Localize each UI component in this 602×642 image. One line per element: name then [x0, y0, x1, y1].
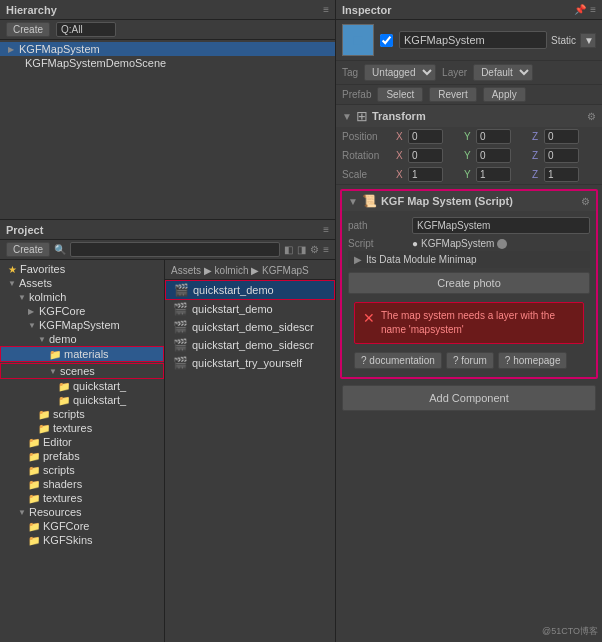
- add-component-button[interactable]: Add Component: [342, 385, 596, 411]
- select-button[interactable]: Select: [377, 87, 423, 102]
- position-row: Position X Y Z: [336, 127, 602, 146]
- transform-section-header[interactable]: ▼ ⊞ Transform ⚙: [336, 105, 602, 127]
- layer-select[interactable]: Default: [473, 64, 533, 81]
- name-row: Static ▼: [380, 31, 596, 49]
- tree-prefabs[interactable]: 📁 prefabs: [0, 449, 164, 463]
- folder-icon-4: 📁: [38, 409, 50, 420]
- rot-y-input[interactable]: [476, 148, 511, 163]
- folder-icon-3: 📁: [58, 395, 70, 406]
- tree-textures[interactable]: 📁 textures: [0, 421, 164, 435]
- create-photo-button[interactable]: Create photo: [348, 272, 590, 294]
- project-header: Project ≡: [0, 220, 335, 240]
- tree-assets[interactable]: ▼ Assets: [0, 276, 164, 290]
- project-search-input[interactable]: [70, 242, 280, 257]
- folder-icon-6: 📁: [28, 437, 40, 448]
- tree-kgfskins[interactable]: 📁 KGFSkins: [0, 533, 164, 547]
- file-quickstart-demo-1[interactable]: 🎬 quickstart_demo: [165, 280, 335, 300]
- path-label: path: [348, 220, 408, 231]
- scripts-label: scripts: [53, 408, 85, 420]
- static-dropdown-button[interactable]: ▼: [580, 33, 596, 48]
- hierarchy-search-input[interactable]: [56, 22, 116, 37]
- project-btn-1[interactable]: ◧: [284, 244, 293, 255]
- scene-icon-3: 🎬: [173, 320, 188, 334]
- tree-kgfmapsystem[interactable]: ▼ KGFMapSystem: [0, 318, 164, 332]
- script-gear-icon[interactable]: ⚙: [581, 196, 590, 207]
- kgfcore-label: KGFCore: [39, 305, 85, 317]
- documentation-button[interactable]: ? documentation: [354, 352, 442, 369]
- file-label-2: quickstart_demo: [192, 303, 273, 315]
- tree-resources[interactable]: ▼ Resources: [0, 505, 164, 519]
- minimap-row[interactable]: ▶ Its Data Module Minimap: [348, 251, 590, 268]
- folder-icon-7: 📁: [28, 451, 40, 462]
- pos-y-input[interactable]: [476, 129, 511, 144]
- rot-x-label: X: [396, 150, 406, 161]
- cube-icon: ■: [353, 30, 364, 51]
- tree-materials[interactable]: 📁 materials: [0, 346, 164, 362]
- file-quickstart-sidescreen-2[interactable]: 🎬 quickstart_demo_sidescr: [165, 336, 335, 354]
- apply-button[interactable]: Apply: [483, 87, 526, 102]
- error-text: The map system needs a layer with the na…: [381, 309, 575, 337]
- tag-label: Tag: [342, 67, 358, 78]
- assets-label: Assets: [19, 277, 52, 289]
- script-ref-row: Script ● KGFMapSystem: [348, 236, 590, 251]
- tree-favorites[interactable]: ★ Favorites: [0, 262, 164, 276]
- tree-scripts2[interactable]: 📁 scripts: [0, 463, 164, 477]
- scale-y-label: Y: [464, 169, 474, 180]
- file-quickstart-try-yourself[interactable]: 🎬 quickstart_try_yourself: [165, 354, 335, 372]
- prefabs-label: prefabs: [43, 450, 80, 462]
- scene-icon-4: 🎬: [173, 338, 188, 352]
- materials-label: materials: [64, 348, 109, 360]
- rot-z-item: Z: [532, 148, 596, 163]
- file-label-1: quickstart_demo: [193, 284, 274, 296]
- project-create-button[interactable]: Create: [6, 242, 50, 257]
- scale-xyz: X Y Z: [396, 167, 596, 182]
- tree-textures2[interactable]: 📁 textures: [0, 491, 164, 505]
- inspector-pin-icon[interactable]: 📌: [574, 4, 586, 15]
- inspector-controls: 📌 ≡: [574, 4, 596, 15]
- file-label-4: quickstart_demo_sidescr: [192, 339, 314, 351]
- hierarchy-item-kgfmapsystem[interactable]: ▶ KGFMapSystem: [0, 42, 335, 56]
- tree-quickstart2[interactable]: 📁 quickstart_: [0, 393, 164, 407]
- file-quickstart-demo-2[interactable]: 🎬 quickstart_demo: [165, 300, 335, 318]
- tree-kgfcore2[interactable]: 📁 KGFCore: [0, 519, 164, 533]
- tree-kolmich[interactable]: ▼ kolmich: [0, 290, 164, 304]
- tag-layer-row: Tag Untagged Layer Default: [336, 61, 602, 85]
- revert-button[interactable]: Revert: [429, 87, 476, 102]
- tree-kgfcore[interactable]: ▶ KGFCore: [0, 304, 164, 318]
- tree-editor[interactable]: 📁 Editor: [0, 435, 164, 449]
- textures2-label: textures: [43, 492, 82, 504]
- tree-shaders[interactable]: 📁 shaders: [0, 477, 164, 491]
- scale-x-input[interactable]: [408, 167, 443, 182]
- tree-demo[interactable]: ▼ demo: [0, 332, 164, 346]
- homepage-button[interactable]: ? homepage: [498, 352, 568, 369]
- forum-button[interactable]: ? forum: [446, 352, 494, 369]
- tree-scripts[interactable]: 📁 scripts: [0, 407, 164, 421]
- script-section-header[interactable]: ▼ 📜 KGF Map System (Script) ⚙: [342, 191, 596, 211]
- scale-z-input[interactable]: [544, 167, 579, 182]
- tree-quickstart1[interactable]: 📁 quickstart_: [0, 379, 164, 393]
- project-btn-2[interactable]: ◨: [297, 244, 306, 255]
- scale-y-input[interactable]: [476, 167, 511, 182]
- inspector-panel: Inspector 📌 ≡ ■ Static ▼: [336, 0, 602, 642]
- pos-z-input[interactable]: [544, 129, 579, 144]
- path-input[interactable]: [412, 217, 590, 234]
- active-checkbox[interactable]: [380, 34, 393, 47]
- scale-row: Scale X Y Z: [336, 165, 602, 184]
- tag-select[interactable]: Untagged: [364, 64, 436, 81]
- tree-scenes[interactable]: ▼ scenes: [0, 363, 164, 379]
- y-label: Y: [464, 131, 474, 142]
- rot-x-input[interactable]: [408, 148, 443, 163]
- script-selector-dot[interactable]: [497, 239, 507, 249]
- inspector-header: Inspector 📌 ≡: [336, 0, 602, 20]
- transform-gear-icon[interactable]: ⚙: [587, 111, 596, 122]
- file-quickstart-sidescreen-1[interactable]: 🎬 quickstart_demo_sidescr: [165, 318, 335, 336]
- folder-icon-5: 📁: [38, 423, 50, 434]
- rotation-row: Rotation X Y Z: [336, 146, 602, 165]
- object-name-input[interactable]: [399, 31, 547, 49]
- rot-z-input[interactable]: [544, 148, 579, 163]
- hierarchy-create-button[interactable]: Create: [6, 22, 50, 37]
- pos-x-input[interactable]: [408, 129, 443, 144]
- project-btn-3[interactable]: ⚙: [310, 244, 319, 255]
- hierarchy-item-demoscene[interactable]: KGFMapSystemDemoScene: [0, 56, 335, 70]
- scene-icon-5: 🎬: [173, 356, 188, 370]
